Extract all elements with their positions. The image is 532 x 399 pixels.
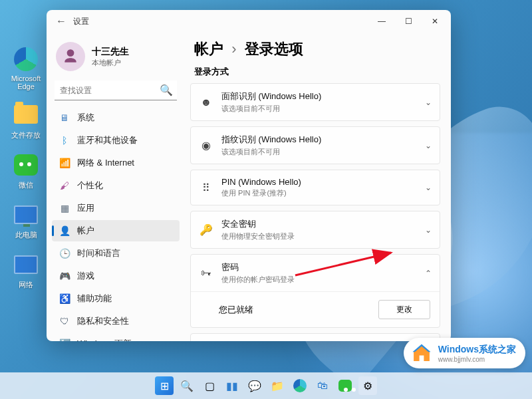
option-row[interactable]: 🔑 安全密钥 使用物理安全密钥登录 ⌄ <box>191 211 440 248</box>
desktop-icon-files[interactable]: 文件存放 <box>5 102 47 140</box>
minimize-button[interactable]: — <box>368 11 395 31</box>
profile[interactable]: 十三先生 本地帐户 <box>52 38 180 80</box>
desktop-icon-label: 微信 <box>5 180 47 190</box>
taskbar-settings[interactable]: ⚙ <box>358 376 377 395</box>
nav-item-network[interactable]: 📶网络 & Internet <box>52 152 180 174</box>
main-panel: 帐户 › 登录选项 登录方式 ☻ 面部识别 (Windows Hello) 该选… <box>186 33 451 341</box>
time-icon: 🕒 <box>59 247 70 259</box>
taskbar-chat[interactable]: 💬 <box>245 376 264 395</box>
desktop-icon-edge[interactable]: Microsoft Edge <box>5 47 47 90</box>
search-icon: 🔍 <box>160 84 173 96</box>
desktop-icon-wechat[interactable]: 微信 <box>5 152 47 190</box>
update-icon: 🔄 <box>59 338 70 341</box>
nav-item-privacy[interactable]: 🛡隐私和安全性 <box>52 311 180 332</box>
back-button[interactable]: ← <box>53 15 69 27</box>
option-row[interactable]: ⠿ PIN (Windows Hello) 使用 PIN 登录(推荐) ⌄ <box>191 170 440 205</box>
face-icon: ☻ <box>199 96 213 108</box>
nav-item-bluetooth[interactable]: ᛒ蓝牙和其他设备 <box>52 130 180 151</box>
signin-option-picture: 🖼 图片密码 轻扫并点击你最喜爱的照片以解锁设备 ⌄ <box>190 333 440 341</box>
taskbar-wechat[interactable] <box>336 376 354 395</box>
start-button[interactable]: ⊞ <box>155 376 174 395</box>
nav-label: Windows 更新 <box>77 338 132 341</box>
nav-item-accessibility[interactable]: ♿辅助功能 <box>52 288 180 309</box>
chevron-down-icon: ⌄ <box>425 141 432 150</box>
password-icon: 🗝 <box>199 267 213 279</box>
chevron-down-icon: ⌄ <box>425 225 432 235</box>
breadcrumb-root[interactable]: 帐户 <box>194 41 223 57</box>
taskbar-explorer[interactable]: 📁 <box>268 376 287 395</box>
desktop-icon-network[interactable]: 网络 <box>5 252 47 290</box>
wechat-icon <box>338 380 352 392</box>
edge-icon <box>14 47 38 71</box>
key-icon: 🔑 <box>199 223 213 236</box>
taskbar-store[interactable]: 🛍 <box>313 376 332 395</box>
signin-option-face: ☻ 面部识别 (Windows Hello) 该选项目前不可用 ⌄ <box>190 83 440 121</box>
option-row[interactable]: 🗝 密码 使用你的帐户密码登录 ⌃ <box>191 255 440 291</box>
option-row[interactable]: 🖼 图片密码 轻扫并点击你最喜爱的照片以解锁设备 ⌄ <box>191 334 440 341</box>
nav-label: 个性化 <box>77 180 103 192</box>
change-button[interactable]: 更改 <box>378 300 430 319</box>
section-heading: 登录方式 <box>190 66 440 83</box>
nav-item-update[interactable]: 🔄Windows 更新 <box>52 333 180 341</box>
taskbar-edge[interactable] <box>291 376 309 395</box>
option-title: PIN (Windows Hello) <box>221 177 417 187</box>
nav-label: 游戏 <box>77 270 94 282</box>
nav-item-system[interactable]: 🖥系统 <box>52 107 180 128</box>
nav-label: 网络 & Internet <box>77 157 134 169</box>
watermark: Windows系统之家 www.bjjmlv.com <box>404 338 525 368</box>
chevron-down-icon: ⌄ <box>425 183 432 192</box>
accessibility-icon: ♿ <box>59 293 70 305</box>
close-button[interactable]: ✕ <box>422 11 448 31</box>
nav-item-gaming[interactable]: 🎮游戏 <box>52 265 180 287</box>
privacy-icon: 🛡 <box>59 315 70 327</box>
signin-option-key: 🔑 安全密钥 使用物理安全密钥登录 ⌄ <box>190 211 440 249</box>
user-sub: 本地帐户 <box>92 58 129 68</box>
option-sub: 该选项目前不可用 <box>221 147 417 157</box>
signin-option-fingerprint: ◉ 指纹识别 (Windows Hello) 该选项目前不可用 ⌄ <box>190 126 440 164</box>
network-icon <box>14 255 38 274</box>
watermark-url: www.bjjmlv.com <box>438 356 516 363</box>
taskbar-taskview[interactable]: ▢ <box>200 376 219 395</box>
wechat-icon <box>14 154 38 176</box>
option-row[interactable]: ☻ 面部识别 (Windows Hello) 该选项目前不可用 ⌄ <box>191 84 440 120</box>
taskbar-widgets[interactable]: ▮▮ <box>223 376 241 395</box>
option-title: 安全密钥 <box>221 218 417 230</box>
nav-label: 帐户 <box>77 225 94 237</box>
edge-icon <box>293 379 307 392</box>
signin-option-pin: ⠿ PIN (Windows Hello) 使用 PIN 登录(推荐) ⌄ <box>190 170 440 205</box>
option-sub: 使用你的帐户密码登录 <box>221 275 417 285</box>
avatar <box>56 42 85 71</box>
signin-options: ☻ 面部识别 (Windows Hello) 该选项目前不可用 ⌄ ◉ 指纹识别… <box>190 83 440 341</box>
option-title: 面部识别 (Windows Hello) <box>221 90 417 102</box>
nav-item-accounts[interactable]: 👤帐户 <box>52 220 180 241</box>
search-box[interactable]: 🔍 <box>55 80 177 100</box>
network-icon: 📶 <box>59 157 70 169</box>
chevron-up-icon: ⌃ <box>425 269 432 278</box>
nav-label: 蓝牙和其他设备 <box>77 134 138 146</box>
system-icon: 🖥 <box>59 112 70 124</box>
maximize-button[interactable]: ☐ <box>395 11 422 31</box>
personalize-icon: 🖌 <box>59 180 70 192</box>
nav-label: 系统 <box>77 112 94 124</box>
ready-label: 您已就绪 <box>200 304 369 316</box>
desktop-icons: Microsoft Edge 文件存放 微信 此电脑 网络 <box>5 47 47 290</box>
search-input[interactable] <box>60 86 160 95</box>
house-icon <box>410 342 433 364</box>
nav-list: 🖥系统ᛒ蓝牙和其他设备📶网络 & Internet🖌个性化▦应用👤帐户🕒时间和语… <box>52 107 180 341</box>
option-sub: 该选项目前不可用 <box>221 104 417 114</box>
nav-label: 应用 <box>77 202 94 214</box>
taskbar-search[interactable]: 🔍 <box>178 376 196 395</box>
nav-item-apps[interactable]: ▦应用 <box>52 198 180 219</box>
user-name: 十三先生 <box>92 46 129 58</box>
breadcrumb-leaf: 登录选项 <box>245 41 303 57</box>
nav-label: 时间和语言 <box>77 247 120 259</box>
option-row[interactable]: ◉ 指纹识别 (Windows Hello) 该选项目前不可用 ⌄ <box>191 127 440 164</box>
gaming-icon: 🎮 <box>59 270 70 282</box>
desktop-icon-thispc[interactable]: 此电脑 <box>5 202 47 240</box>
desktop-icon-label: 此电脑 <box>5 230 47 240</box>
bluetooth-icon: ᛒ <box>59 134 70 146</box>
folder-icon <box>14 105 38 124</box>
signin-option-password: 🗝 密码 使用你的帐户密码登录 ⌃ 您已就绪 更改 <box>190 254 440 328</box>
nav-item-time[interactable]: 🕒时间和语言 <box>52 243 180 264</box>
nav-item-personalize[interactable]: 🖌个性化 <box>52 175 180 196</box>
